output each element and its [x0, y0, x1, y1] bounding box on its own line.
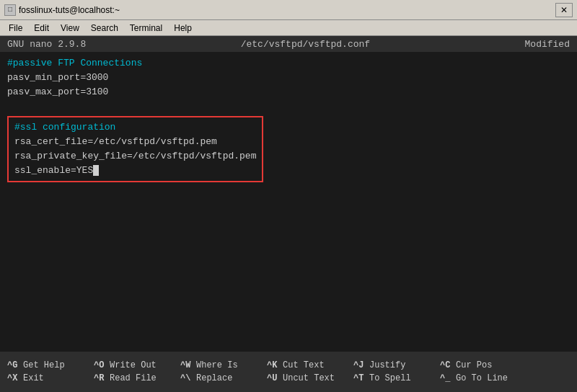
nano-header: GNU nano 2.9.8 /etc/vsftpd/vsftpd.conf M…: [0, 36, 577, 52]
shortcut-key-o: ^O: [94, 360, 108, 370]
shortcut-get-help: ^G Get Help: [4, 360, 91, 371]
nano-filepath: /etc/vsftpd/vsftpd.conf: [241, 39, 370, 50]
line-7: rsa_private_key_file=/etc/vsftpd/vsftpd.…: [14, 149, 256, 164]
window-icon: □: [4, 4, 16, 16]
line-8: ssl_enable=YES: [14, 164, 256, 178]
shortcut-label-g: Get Help: [23, 360, 65, 370]
shortcut-label-r: Read File: [110, 373, 157, 383]
shortcut-key-x: ^X: [7, 373, 22, 383]
shortcut-exit: ^X Exit: [4, 373, 91, 384]
shortcut-row-1: ^G Get Help ^O Write Out ^W Where Is ^K …: [4, 360, 573, 371]
shortcut-label-underscore: Go To Line: [456, 373, 508, 383]
shortcut-key-backslash: ^\: [180, 373, 195, 383]
shortcut-label-backslash: Replace: [196, 373, 232, 383]
shortcut-uncut-text: ^U Uncut Text: [264, 373, 351, 384]
shortcut-replace: ^\ Replace: [177, 373, 264, 384]
shortcut-key-u: ^U: [267, 373, 281, 383]
shortcut-where-is: ^W Where Is: [177, 360, 264, 371]
shortcut-label-w: Where Is: [196, 360, 238, 370]
shortcut-justify: ^J Justify: [351, 360, 437, 371]
menu-terminal[interactable]: Terminal: [124, 22, 168, 35]
line-16: [7, 284, 570, 298]
shortcut-label-j: Justify: [369, 360, 405, 370]
shortcut-cut-text: ^K Cut Text: [264, 360, 351, 371]
line-2: pasv_min_port=3000: [7, 71, 570, 85]
line-15: [7, 270, 570, 284]
menu-search[interactable]: Search: [85, 22, 124, 35]
line-9: [7, 182, 570, 197]
shortcut-label-o: Write Out: [110, 360, 157, 370]
line-11: [7, 211, 570, 226]
shortcut-label-k: Cut Text: [283, 360, 325, 370]
shortcut-key-t: ^T: [353, 373, 368, 383]
nano-footer: ^G Get Help ^O Write Out ^W Where Is ^K …: [0, 352, 577, 392]
shortcut-to-spell: ^T To Spell: [351, 373, 437, 384]
shortcut-key-c: ^C: [440, 360, 454, 370]
menu-edit[interactable]: Edit: [28, 22, 55, 35]
line-14: [7, 255, 570, 270]
shortcut-read-file: ^R Read File: [91, 373, 177, 384]
line-13: [7, 241, 570, 255]
shortcut-row-2: ^X Exit ^R Read File ^\ Replace ^U Uncut…: [4, 373, 573, 384]
shortcut-label-c: Cur Pos: [456, 360, 492, 370]
close-button[interactable]: ✕: [555, 3, 573, 17]
menu-file[interactable]: File: [3, 22, 28, 35]
shortcut-label-t: To Spell: [369, 373, 411, 383]
line-12: [7, 226, 570, 241]
shortcut-key-w: ^W: [180, 360, 195, 370]
shortcut-key-g: ^G: [7, 360, 22, 370]
window-title: fosslinux-tuts@localhost:~: [19, 5, 120, 15]
title-bar-left: □ fosslinux-tuts@localhost:~: [4, 4, 120, 16]
shortcut-label-u: Uncut Text: [283, 373, 335, 383]
shortcut-write-out: ^O Write Out: [91, 360, 177, 371]
line-3: pasv_max_port=3100: [7, 85, 570, 99]
title-bar: □ fosslinux-tuts@localhost:~ ✕: [0, 0, 577, 20]
text-cursor: [93, 165, 99, 176]
menu-bar: File Edit View Search Terminal Help: [0, 20, 577, 36]
editor-area[interactable]: #passive FTP Connections pasv_min_port=3…: [0, 52, 577, 352]
shortcut-key-k: ^K: [267, 360, 281, 370]
menu-view[interactable]: View: [55, 22, 85, 35]
line-10: [7, 197, 570, 211]
shortcut-key-j: ^J: [353, 360, 368, 370]
shortcut-label-x: Exit: [23, 373, 44, 383]
line-1: #passive FTP Connections: [7, 56, 570, 71]
nano-status: Modified: [525, 39, 570, 50]
menu-help[interactable]: Help: [168, 22, 198, 35]
shortcut-cur-pos: ^C Cur Pos: [437, 360, 524, 371]
nano-version: GNU nano 2.9.8: [7, 39, 86, 50]
line-6: rsa_cert_file=/etc/vsftpd/vsftpd.pem: [14, 135, 256, 149]
shortcut-key-underscore: ^_: [440, 373, 454, 383]
line-5: #ssl configuration: [14, 120, 256, 135]
shortcut-go-to-line: ^_ Go To Line: [437, 373, 524, 384]
line-4: [7, 99, 570, 114]
shortcut-key-r: ^R: [94, 373, 108, 383]
